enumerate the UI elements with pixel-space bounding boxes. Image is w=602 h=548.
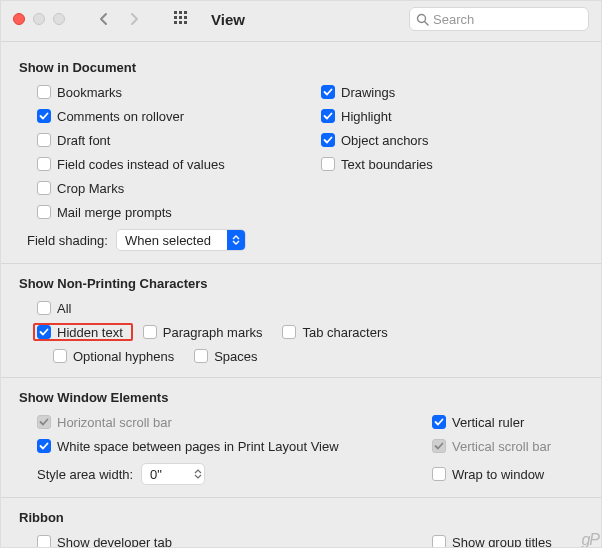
np-spaces-checkbox[interactable] bbox=[194, 349, 208, 363]
forward-button[interactable] bbox=[123, 9, 145, 29]
sid-text-boundaries-label: Text boundaries bbox=[341, 157, 433, 172]
np-paragraph-marks-row: Paragraph marks bbox=[143, 323, 263, 341]
select-arrows-icon bbox=[227, 230, 245, 250]
we-white-space-row: White space between pages in Print Layou… bbox=[37, 437, 339, 455]
np-hidden-text-label: Hidden text bbox=[57, 325, 123, 340]
np-optional-hyphens-checkbox[interactable] bbox=[53, 349, 67, 363]
we-wrap-to-window-row: Wrap to window bbox=[432, 465, 578, 483]
sid-text-boundaries-row: Text boundaries bbox=[321, 155, 583, 173]
np-hidden-text-row: Hidden text bbox=[33, 323, 133, 341]
style-area-width-value: 0" bbox=[150, 467, 162, 482]
section-window-elements-title: Show Window Elements bbox=[19, 390, 583, 405]
sid-mail-merge-prompts-checkbox[interactable] bbox=[37, 205, 51, 219]
we-vertical-scroll-row: Vertical scroll bar bbox=[432, 437, 578, 455]
field-shading-select[interactable]: When selected bbox=[116, 229, 246, 251]
sid-comments-on-rollover-label: Comments on rollover bbox=[57, 109, 184, 124]
sid-text-boundaries-checkbox[interactable] bbox=[321, 157, 335, 171]
we-horizontal-scroll-row: Horizontal scroll bar bbox=[37, 413, 172, 431]
np-all-checkbox[interactable] bbox=[37, 301, 51, 315]
watermark: gP bbox=[581, 531, 599, 547]
sid-highlight-row: Highlight bbox=[321, 107, 583, 125]
sid-crop-marks-row: Crop Marks bbox=[37, 179, 317, 197]
sid-drawings-label: Drawings bbox=[341, 85, 395, 100]
window-controls bbox=[13, 13, 65, 25]
ribbon-group-titles-label: Show group titles bbox=[452, 535, 552, 548]
sid-field-codes-instead-of-values-row: Field codes instead of values bbox=[37, 155, 317, 173]
window-title: View bbox=[211, 11, 245, 28]
we-wrap-to-window-checkbox[interactable] bbox=[432, 467, 446, 481]
np-optional-hyphens-row: Optional hyphens bbox=[53, 347, 174, 365]
we-vertical-ruler-row: Vertical ruler bbox=[432, 413, 578, 431]
search-input[interactable] bbox=[429, 11, 582, 28]
np-tab-characters-checkbox[interactable] bbox=[282, 325, 296, 339]
ribbon-developer-tab-checkbox[interactable] bbox=[37, 535, 51, 547]
np-paragraph-marks-checkbox[interactable] bbox=[143, 325, 157, 339]
show-all-icon[interactable] bbox=[171, 9, 193, 29]
np-paragraph-marks-label: Paragraph marks bbox=[163, 325, 263, 340]
svg-rect-7 bbox=[179, 21, 182, 24]
sid-comments-on-rollover-checkbox[interactable] bbox=[37, 109, 51, 123]
sid-crop-marks-label: Crop Marks bbox=[57, 181, 124, 196]
we-horizontal-scroll-checkbox bbox=[37, 415, 51, 429]
style-area-width-label: Style area width: bbox=[37, 467, 133, 482]
sid-field-codes-instead-of-values-checkbox[interactable] bbox=[37, 157, 51, 171]
we-vertical-ruler-checkbox[interactable] bbox=[432, 415, 446, 429]
svg-rect-3 bbox=[174, 16, 177, 19]
sid-object-anchors-label: Object anchors bbox=[341, 133, 428, 148]
section-nonprinting-title: Show Non-Printing Characters bbox=[19, 276, 583, 291]
svg-rect-0 bbox=[174, 11, 177, 14]
sid-drawings-checkbox[interactable] bbox=[321, 85, 335, 99]
svg-rect-1 bbox=[179, 11, 182, 14]
minimize-window-button[interactable] bbox=[33, 13, 45, 25]
np-optional-hyphens-label: Optional hyphens bbox=[73, 349, 174, 364]
style-area-width-stepper[interactable]: 0" bbox=[141, 463, 205, 485]
sid-draft-font-label: Draft font bbox=[57, 133, 110, 148]
sid-object-anchors-checkbox[interactable] bbox=[321, 133, 335, 147]
svg-line-10 bbox=[425, 21, 429, 25]
np-tab-characters-row: Tab characters bbox=[282, 323, 387, 341]
np-spaces-label: Spaces bbox=[214, 349, 257, 364]
search-field[interactable] bbox=[409, 7, 589, 31]
sid-draft-font-checkbox[interactable] bbox=[37, 133, 51, 147]
we-vertical-scroll-checkbox bbox=[432, 439, 446, 453]
sid-drawings-row: Drawings bbox=[321, 83, 583, 101]
svg-rect-5 bbox=[184, 16, 187, 19]
sid-object-anchors-row: Object anchors bbox=[321, 131, 583, 149]
sid-draft-font-row: Draft font bbox=[37, 131, 317, 149]
ribbon-group-titles-checkbox[interactable] bbox=[432, 535, 446, 547]
sid-bookmarks-label: Bookmarks bbox=[57, 85, 122, 100]
np-spaces-row: Spaces bbox=[194, 347, 257, 365]
sid-highlight-label: Highlight bbox=[341, 109, 392, 124]
close-window-button[interactable] bbox=[13, 13, 25, 25]
np-all-label: All bbox=[57, 301, 71, 316]
np-tab-characters-label: Tab characters bbox=[302, 325, 387, 340]
search-icon bbox=[416, 13, 429, 26]
section-ribbon-title: Ribbon bbox=[1, 510, 583, 525]
np-all-row: All bbox=[37, 299, 71, 317]
sid-crop-marks-checkbox[interactable] bbox=[37, 181, 51, 195]
zoom-window-button[interactable] bbox=[53, 13, 65, 25]
section-show-in-document-title: Show in Document bbox=[19, 60, 583, 75]
ribbon-developer-tab-row: Show developer tab bbox=[37, 533, 172, 547]
we-vertical-scroll-label: Vertical scroll bar bbox=[452, 439, 551, 454]
svg-rect-8 bbox=[184, 21, 187, 24]
sid-bookmarks-checkbox[interactable] bbox=[37, 85, 51, 99]
we-vertical-ruler-label: Vertical ruler bbox=[452, 415, 524, 430]
stepper-arrows-icon bbox=[194, 469, 202, 479]
np-hidden-text-checkbox[interactable] bbox=[37, 325, 51, 339]
sid-bookmarks-row: Bookmarks bbox=[37, 83, 317, 101]
we-horizontal-scroll-label: Horizontal scroll bar bbox=[57, 415, 172, 430]
field-shading-label: Field shading: bbox=[27, 233, 108, 248]
we-white-space-checkbox[interactable] bbox=[37, 439, 51, 453]
we-wrap-to-window-label: Wrap to window bbox=[452, 467, 544, 482]
field-shading-value: When selected bbox=[125, 233, 211, 248]
window-toolbar: View bbox=[1, 1, 601, 41]
sid-highlight-checkbox[interactable] bbox=[321, 109, 335, 123]
sid-comments-on-rollover-row: Comments on rollover bbox=[37, 107, 317, 125]
sid-mail-merge-prompts-row: Mail merge prompts bbox=[37, 203, 317, 221]
ribbon-developer-tab-label: Show developer tab bbox=[57, 535, 172, 548]
svg-rect-6 bbox=[174, 21, 177, 24]
back-button[interactable] bbox=[93, 9, 115, 29]
sid-mail-merge-prompts-label: Mail merge prompts bbox=[57, 205, 172, 220]
we-white-space-label: White space between pages in Print Layou… bbox=[57, 439, 339, 454]
